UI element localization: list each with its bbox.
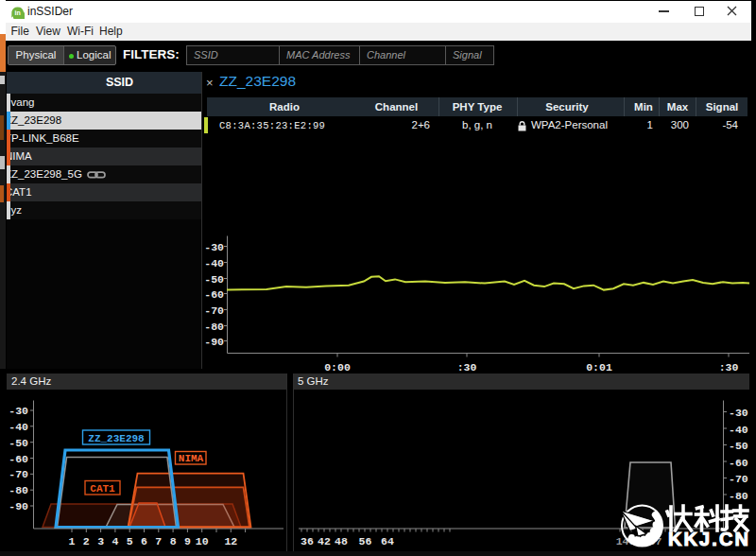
svg-text:-50: -50 (204, 273, 224, 286)
svg-text:10: 10 (196, 535, 209, 547)
svg-text:-80: -80 (9, 484, 28, 496)
svg-text:-50: -50 (9, 437, 28, 449)
svg-text:6: 6 (141, 535, 147, 547)
svg-text:NIMA: NIMA (179, 453, 204, 464)
svg-text:48: 48 (335, 535, 348, 547)
svg-text:-50: -50 (729, 440, 748, 452)
svg-text:56: 56 (359, 535, 372, 547)
svg-text:KKJ.CN: KKJ.CN (668, 529, 748, 549)
svg-text:9: 9 (184, 535, 191, 547)
svg-text:-80: -80 (204, 321, 224, 333)
svg-text:0:01: 0:01 (586, 361, 612, 374)
svg-text:-70: -70 (204, 304, 224, 317)
svg-text:3: 3 (97, 535, 104, 547)
svg-text:-60: -60 (9, 453, 28, 465)
svg-text:-40: -40 (204, 257, 224, 269)
svg-text:-40: -40 (729, 424, 748, 436)
svg-text:-60: -60 (204, 288, 224, 301)
svg-text::30: :30 (457, 361, 477, 374)
svg-text:2: 2 (83, 535, 90, 547)
svg-text:-70: -70 (9, 468, 28, 480)
svg-text:7: 7 (155, 535, 162, 547)
svg-text:8: 8 (170, 535, 177, 547)
svg-text:-30: -30 (9, 405, 28, 417)
svg-text:4: 4 (112, 535, 118, 547)
svg-text:in: in (14, 9, 20, 16)
svg-text:-60: -60 (729, 457, 748, 469)
svg-text:-90: -90 (204, 336, 224, 348)
svg-text:5: 5 (127, 535, 133, 547)
svg-text:-30: -30 (204, 241, 224, 253)
svg-text:64: 64 (381, 535, 394, 547)
svg-text::30: :30 (719, 361, 739, 374)
svg-text:1: 1 (69, 535, 76, 547)
svg-text:36: 36 (301, 535, 314, 547)
svg-text:-70: -70 (729, 473, 748, 485)
svg-text:-90: -90 (9, 500, 28, 513)
svg-text:0:00: 0:00 (324, 361, 351, 374)
svg-text:CAT1: CAT1 (90, 483, 115, 495)
svg-text:42: 42 (318, 535, 331, 547)
svg-text:12: 12 (224, 535, 237, 547)
svg-text:-30: -30 (729, 407, 748, 419)
svg-text:-40: -40 (9, 421, 28, 433)
svg-text:ZZ_23E298: ZZ_23E298 (88, 433, 145, 444)
